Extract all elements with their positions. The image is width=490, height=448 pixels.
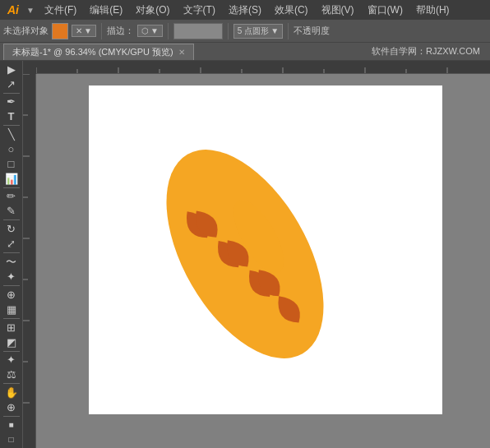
stroke-up-icon: ⬡	[141, 26, 149, 35]
separator-3	[228, 23, 229, 39]
mesh-tool[interactable]: ⊞	[2, 321, 21, 335]
tab-close-btn[interactable]: ✕	[178, 48, 185, 57]
toolbar: ▶ ↗ ✒ T ╲ ○ □ 📊 ✏ ✎ ↻ ⤢ 〜 ✦ ⊕ ▦ ⊞ ◩ ✦ ⚖ …	[0, 61, 23, 448]
tool-sep-4	[3, 219, 20, 220]
rectangle-tool[interactable]: □	[2, 157, 21, 171]
symbol-tool[interactable]: ⊕	[2, 288, 21, 302]
brush-x-icon: ✕	[76, 26, 82, 35]
tool-sep-7	[3, 318, 20, 319]
warp-tool[interactable]: 〜	[2, 255, 21, 270]
scale-tool[interactable]: ⤢	[2, 237, 21, 251]
tool-sep-8	[3, 351, 20, 352]
brush-size-arrow: ▼	[270, 26, 279, 35]
canvas-area	[23, 61, 490, 448]
free-transform-tool[interactable]: ✦	[2, 270, 21, 284]
menu-type[interactable]: 文字(T)	[177, 2, 222, 19]
main-layout: ▶ ↗ ✒ T ╲ ○ □ 📊 ✏ ✎ ↻ ⤢ 〜 ✦ ⊕ ▦ ⊞ ◩ ✦ ⚖ …	[0, 61, 490, 448]
separator-4	[288, 23, 289, 39]
brush-icon-btn[interactable]: ✕ ▼	[72, 25, 96, 37]
stroke-label: 描边：	[107, 25, 134, 37]
separator-2	[168, 23, 169, 39]
site-info: 软件自学网：RJZXW.COM	[372, 45, 487, 58]
line-tool[interactable]: ╲	[2, 127, 21, 141]
stroke-value-btn[interactable]: ⬡ ▼	[137, 25, 163, 37]
chart-tool[interactable]: 📊	[2, 172, 21, 186]
no-selection-label: 未选择对象	[3, 25, 49, 37]
tool-sep-2	[3, 125, 20, 126]
menu-file[interactable]: 文件(F)	[38, 2, 83, 19]
hand-tool[interactable]: ✋	[2, 386, 21, 400]
ruler-left	[23, 74, 36, 448]
zoom-tool[interactable]: ⊕	[2, 400, 21, 414]
gradient-tool[interactable]: ◩	[2, 335, 21, 349]
ai-logo: Ai	[3, 3, 23, 16]
app-arrow[interactable]: ▼	[26, 6, 35, 15]
tool-sep-10	[3, 416, 20, 417]
menu-effect[interactable]: 效果(C)	[268, 2, 315, 19]
pencil-tool[interactable]: ✎	[2, 204, 21, 218]
menu-window[interactable]: 窗口(W)	[361, 2, 409, 19]
menu-select[interactable]: 选择(S)	[222, 2, 268, 19]
document-tab[interactable]: 未标题-1* @ 96.34% (CMYK/GPU 预览) ✕	[3, 44, 194, 60]
ellipse-tool[interactable]: ○	[2, 142, 21, 156]
menu-edit[interactable]: 编辑(E)	[83, 2, 129, 19]
tool-sep-5	[3, 252, 20, 253]
stroke-color[interactable]: □	[2, 432, 21, 446]
rotate-tool[interactable]: ↻	[2, 222, 21, 236]
tool-sep-3	[3, 187, 20, 188]
bread-illustration	[97, 90, 393, 418]
menu-view[interactable]: 视图(V)	[315, 2, 361, 19]
pen-tool[interactable]: ✒	[2, 95, 21, 109]
ruler-corner	[23, 61, 36, 74]
tool-sep-9	[3, 383, 20, 384]
direct-select-tool[interactable]: ↗	[2, 77, 21, 91]
ruler-top	[36, 61, 490, 74]
brush-dropdown: ▼	[84, 26, 92, 35]
stroke-color-box[interactable]	[52, 23, 68, 39]
text-tool[interactable]: T	[2, 109, 21, 123]
tool-sep-6	[3, 285, 20, 286]
title-bar: Ai ▼ 文件(F) 编辑(E) 对象(O) 文字(T) 选择(S) 效果(C)…	[0, 0, 490, 20]
brush-tool[interactable]: ✏	[2, 189, 21, 203]
tab-label: 未标题-1* @ 96.34% (CMYK/GPU 预览)	[12, 46, 173, 58]
stroke-dropdown-2: ▼	[150, 26, 159, 35]
column-graph-tool[interactable]: ▦	[2, 303, 21, 316]
separator-1	[101, 23, 102, 39]
selection-tool[interactable]: ▶	[2, 62, 21, 76]
control-bar: 未选择对象 ✕ ▼ 描边： ⬡ ▼ 5 点圆形 ▼ 不透明度	[0, 20, 490, 43]
measure-tool[interactable]: ⚖	[2, 367, 21, 381]
opacity-label: 不透明度	[294, 25, 330, 37]
stroke-input[interactable]	[173, 23, 223, 39]
menu-help[interactable]: 帮助(H)	[409, 2, 456, 19]
fill-color[interactable]: ■	[2, 418, 21, 432]
menu-object[interactable]: 对象(O)	[129, 2, 176, 19]
brush-size-btn[interactable]: 5 点圆形 ▼	[233, 24, 283, 39]
menu-bar: 文件(F) 编辑(E) 对象(O) 文字(T) 选择(S) 效果(C) 视图(V…	[38, 2, 487, 19]
tab-bar: 未标题-1* @ 96.34% (CMYK/GPU 预览) ✕ 软件自学网：RJ…	[0, 43, 490, 61]
eyedropper-tool[interactable]: ✦	[2, 353, 21, 367]
brush-size-label: 5 点圆形	[238, 25, 269, 37]
tool-sep-1	[3, 93, 20, 94]
